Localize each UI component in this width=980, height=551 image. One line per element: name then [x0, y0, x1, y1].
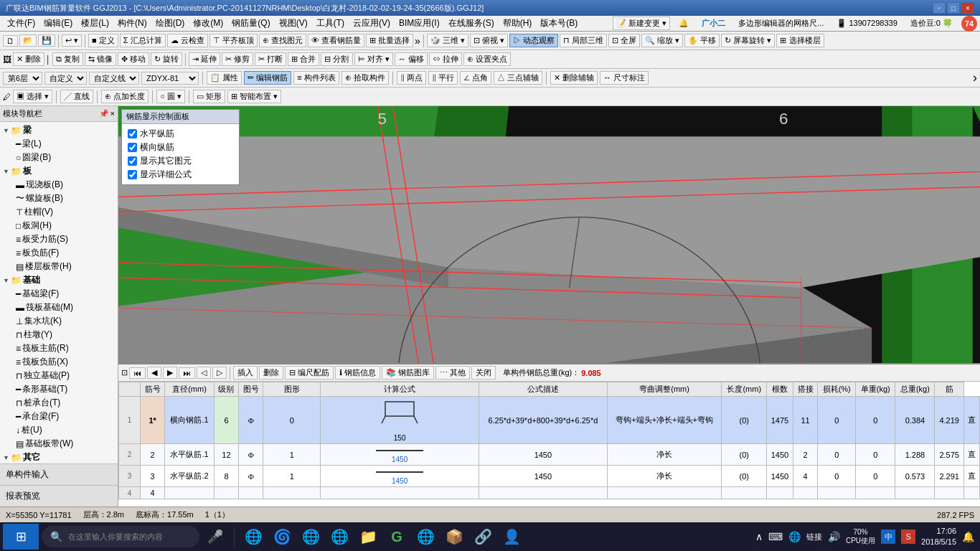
expand-right-icon[interactable]: › — [973, 70, 977, 85]
del-aux-button[interactable]: ✕ 删除辅轴 — [550, 71, 598, 85]
setpoint-button[interactable]: ⊕ 设置夹点 — [463, 52, 511, 66]
single-component-input-button[interactable]: 单构件输入 — [0, 464, 118, 486]
rect-tool-button[interactable]: ▭ 矩形 — [193, 90, 225, 103]
edit-rebar-button[interactable]: ✏ 编辑钢筋 — [244, 71, 291, 85]
select-tool-button[interactable]: ▣ 选择 ▾ — [13, 90, 52, 103]
sidebar-item-raft-foundation[interactable]: ▬ 筏板基础(M) — [1, 301, 116, 314]
data-table-container[interactable]: 筋号 直径(mm) 级别 图号 图形 计算公式 公式描述 弯曲调整(mm) 长度… — [118, 382, 980, 507]
nav-prev2-button[interactable]: ◁ — [197, 367, 211, 379]
notification-icon[interactable]: 🔔 — [962, 531, 974, 542]
sidebar-group-other[interactable]: ▼ 📁 其它 — [1, 451, 116, 463]
smart-layout-button[interactable]: ⊞ 智能布置 ▾ — [227, 90, 281, 103]
extend-button[interactable]: ⇥ 延伸 — [189, 52, 220, 66]
offset-button[interactable]: ↔ 偏移 — [395, 52, 428, 66]
move-button[interactable]: ✥ 移动 — [118, 52, 149, 66]
nav-first-button[interactable]: ⏮ — [129, 367, 146, 379]
checkbox-show-other[interactable]: 显示其它图元 — [128, 154, 233, 168]
view-rebar-button[interactable]: 👁 查看钢筋量 — [308, 34, 364, 47]
split-button[interactable]: ⊟ 分割 — [321, 52, 352, 66]
dynamic-observe-button[interactable]: ▷ 动态观察 — [509, 34, 558, 47]
taskbar-ie3-icon[interactable]: 🌐 — [326, 524, 352, 550]
rebar-info-button[interactable]: ℹ 钢筋信息 — [335, 366, 380, 380]
save-button[interactable]: 💾 — [38, 34, 55, 47]
select-floor-button[interactable]: ⊞ 选择楼层 — [776, 34, 824, 47]
taskbar-mic-icon[interactable]: 🎤 — [202, 524, 228, 550]
menu-draw[interactable]: 绘图(D) — [151, 16, 189, 31]
menu-modify[interactable]: 修改(M) — [189, 16, 227, 31]
tray-keyboard-icon[interactable]: ⌨ — [768, 531, 783, 542]
define-select[interactable]: 自定义 — [44, 72, 87, 85]
menu-component[interactable]: 构件(N) — [113, 16, 151, 31]
report-preview-button[interactable]: 报表预览 — [0, 486, 118, 507]
table-row[interactable]: 11*横向钢筋.16Φ01506.25*d+39*d+800+39*d+6.25… — [119, 397, 980, 444]
zoom-button[interactable]: 🔍 缩放 ▾ — [641, 34, 683, 47]
checkbox-horizontal-rebar[interactable]: 水平纵筋 — [128, 127, 233, 141]
transverse-rebar-checkbox[interactable] — [128, 143, 137, 152]
sidebar-item-beam-l[interactable]: ━ 梁(L) — [1, 137, 116, 151]
new-button[interactable]: 🗋 — [3, 35, 18, 47]
sidebar-item-col-cap2[interactable]: ⊓ 柱墩(Y) — [1, 328, 116, 342]
sidebar-item-cast-slab[interactable]: ▬ 现浇板(B) — [1, 178, 116, 192]
sum-button[interactable]: Σ 汇总计算 — [120, 34, 166, 47]
horizontal-rebar-checkbox[interactable] — [128, 129, 137, 138]
pan-button[interactable]: ✋ 平移 — [684, 34, 720, 47]
point-angle-button[interactable]: ∠ 点角 — [460, 71, 491, 85]
define-line-select[interactable]: 自定义线 — [89, 72, 139, 85]
nav-prev-button[interactable]: ◀ — [147, 367, 161, 379]
two-point-button[interactable]: ∥ 两点 — [397, 71, 426, 85]
taskbar-globe-icon[interactable]: 🌐 — [413, 524, 438, 550]
user-avatar[interactable]: 74 — [961, 16, 977, 32]
define-button[interactable]: ■ 定义 — [88, 34, 118, 47]
taskbar-ie2-icon[interactable]: 🌐 — [298, 524, 324, 550]
batch-select-button[interactable]: ⊞ 批量选择 — [366, 34, 413, 47]
break-button[interactable]: ✂ 打断 — [255, 52, 286, 66]
start-button[interactable]: ⊞ — [3, 524, 39, 550]
taskbar-user-icon[interactable]: 👤 — [499, 524, 524, 550]
fullscreen-button[interactable]: ⊡ 全屏 — [608, 34, 640, 47]
taskbar-link-icon[interactable]: 🔗 — [470, 524, 496, 550]
sidebar-item-round-beam[interactable]: ○ 圆梁(B) — [1, 151, 116, 164]
menu-bim[interactable]: BIM应用(I) — [395, 16, 444, 31]
menu-tools[interactable]: 工具(T) — [312, 16, 349, 31]
rotate-button[interactable]: ↻ 旋转 — [151, 52, 182, 66]
sidebar-item-spiral-slab[interactable]: 〜 螺旋板(B) — [1, 192, 116, 205]
open-button[interactable]: 📂 — [19, 34, 37, 47]
layer-select[interactable]: 第6层 — [3, 72, 42, 85]
parallel-button[interactable]: ∥ 平行 — [428, 71, 458, 85]
taskbar-g-icon[interactable]: G — [384, 524, 410, 550]
rebar-library-button[interactable]: 📚 钢筋图库 — [382, 366, 434, 380]
taskbar-edge-icon[interactable]: 🌀 — [269, 524, 295, 550]
sidebar-item-isolated-foundation[interactable]: ⊓ 独立基础(P) — [1, 369, 116, 382]
sidebar-item-raft-neg-rebar[interactable]: ≡ 筏板负筋(X) — [1, 355, 116, 369]
table-row[interactable]: 44 — [119, 487, 980, 499]
sidebar-group-beam[interactable]: ▼ 📁 梁 — [1, 123, 116, 137]
undo-button[interactable]: ↩ ▾ — [62, 34, 82, 47]
maximize-button[interactable]: □ — [947, 2, 960, 14]
sidebar-item-foundation-beam[interactable]: ━ 基础梁(F) — [1, 287, 116, 301]
scale-rebar-button[interactable]: ⊟ 编尺配筋 — [285, 366, 334, 380]
table-row[interactable]: 22水平纵筋.112Φ114501450净长(0)14502001.2882.5… — [119, 444, 980, 466]
sidebar-item-raft-main-rebar[interactable]: ≡ 筏板主筋(R) — [1, 342, 116, 355]
sidebar-item-foundation-band[interactable]: ▤ 基础板带(W) — [1, 437, 116, 451]
menu-edit[interactable]: 编辑(E) — [39, 16, 77, 31]
sidebar-item-slab-neg-rebar[interactable]: ≡ 板负筋(F) — [1, 246, 116, 260]
insert-row-button[interactable]: 插入 — [233, 366, 258, 380]
show-other-checkbox[interactable] — [128, 156, 137, 166]
show-formula-checkbox[interactable] — [128, 170, 137, 179]
sidebar-item-sump[interactable]: ⊥ 集水坑(K) — [1, 314, 116, 328]
delete-row-button[interactable]: 删除 — [259, 366, 283, 380]
other-button[interactable]: ⋯ 其他 — [435, 366, 470, 380]
align-top-button[interactable]: ⊤ 平齐板顶 — [209, 34, 258, 47]
sidebar-group-slab[interactable]: ▼ 📁 板 — [1, 164, 116, 178]
tray-expand-icon[interactable]: ∧ — [755, 531, 763, 542]
sidebar-item-strip-foundation[interactable]: ━ 条形基础(T) — [1, 382, 116, 396]
menu-help[interactable]: 帮助(H) — [499, 16, 537, 31]
sidebar-item-pile-cap[interactable]: ⊓ 桩承台(T) — [1, 396, 116, 410]
trim-button[interactable]: ✂ 修剪 — [222, 52, 253, 66]
close-table-button[interactable]: 关闭 — [471, 366, 496, 380]
checkbox-transverse-rebar[interactable]: 横向纵筋 — [128, 141, 233, 154]
sidebar-pin-icon[interactable]: 📌 — [99, 109, 109, 118]
menu-version[interactable]: 版本号(B) — [536, 16, 582, 31]
table-row[interactable]: 33水平纵筋.28Φ114501450净长(0)14504000.5732.29… — [119, 466, 980, 487]
circle-tool-button[interactable]: ○ 圆 ▾ — [156, 90, 185, 103]
